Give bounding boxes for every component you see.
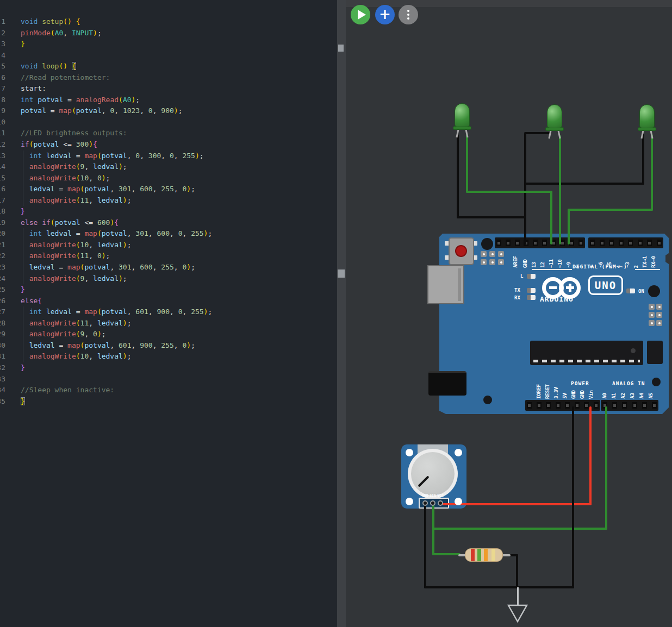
- pin-label-9: ~9: [565, 247, 573, 268]
- pin-socket[interactable]: [575, 402, 580, 409]
- reset-button-cap[interactable]: [455, 245, 467, 257]
- icsp-pad[interactable]: [481, 251, 487, 257]
- icsp-pad[interactable]: [656, 312, 662, 318]
- pin-socket[interactable]: [594, 402, 599, 409]
- wire-resistor-gnd[interactable]: [516, 554, 518, 588]
- pin-socket[interactable]: [569, 240, 574, 246]
- icsp-pad[interactable]: [498, 251, 504, 257]
- pin-label-IOREF: IOREF: [535, 377, 543, 399]
- wire-led2-pin10[interactable]: [559, 135, 561, 244]
- pin-socket[interactable]: [628, 240, 633, 246]
- wire-gnd[interactable]: [524, 183, 644, 185]
- pin-socket[interactable]: [612, 402, 617, 409]
- icsp-pad[interactable]: [481, 259, 487, 265]
- pin-socket[interactable]: [632, 402, 637, 409]
- pin-socket[interactable]: [542, 240, 547, 246]
- pin-socket[interactable]: [565, 402, 570, 409]
- wire-sig-resistor[interactable]: [432, 502, 434, 555]
- pin-socket[interactable]: [590, 240, 595, 246]
- icsp-pad[interactable]: [649, 312, 655, 318]
- wire-gnd[interactable]: [642, 134, 644, 185]
- led-on: [626, 289, 635, 293]
- pin-socket[interactable]: [652, 402, 657, 409]
- pot-mount-hole: [455, 449, 462, 456]
- digital-header-2[interactable]: [588, 237, 663, 248]
- power-caption: POWER: [571, 380, 589, 386]
- wire-led1-pin11[interactable]: [466, 191, 552, 193]
- wire-gnd[interactable]: [457, 134, 459, 218]
- wire-board-gnd[interactable]: [572, 406, 574, 588]
- pin-label-2: 2: [632, 247, 640, 268]
- resistor[interactable]: [465, 548, 503, 562]
- line-number: 12: [0, 139, 5, 151]
- code-editor[interactable]: 1void setup() {2pinMode(A0, INPUT);3}45v…: [0, 0, 337, 627]
- ground-symbol[interactable]: [507, 604, 528, 623]
- panel-top-strip: [346, 0, 672, 7]
- icsp-pad[interactable]: [656, 304, 662, 310]
- pin-socket[interactable]: [622, 402, 627, 409]
- pin-label-5V: 5V: [561, 377, 569, 399]
- icsp-pad[interactable]: [489, 251, 495, 257]
- add-part-button[interactable]: +: [375, 5, 395, 24]
- pot-knob[interactable]: [411, 452, 455, 496]
- icsp-pad[interactable]: [649, 320, 655, 326]
- wire-led3-pin9[interactable]: [568, 209, 570, 244]
- line-number: 16: [0, 184, 5, 195]
- editor-scrollbar[interactable]: [337, 0, 346, 627]
- scroll-marker[interactable]: [338, 269, 345, 278]
- pin-socket[interactable]: [537, 402, 542, 409]
- wire-gnd[interactable]: [457, 216, 526, 218]
- scroll-marker[interactable]: [338, 45, 344, 52]
- pin-socket[interactable]: [515, 240, 520, 246]
- wire-pot-gnd[interactable]: [424, 586, 574, 588]
- wire-led3-pin9[interactable]: [651, 134, 653, 211]
- wire-a0-sig[interactable]: [605, 406, 607, 530]
- line-number: 35: [0, 396, 5, 407]
- led-l: [527, 274, 536, 279]
- pin-socket[interactable]: [657, 240, 662, 246]
- wire-led3-pin9[interactable]: [568, 209, 653, 211]
- analog-header[interactable]: [601, 400, 658, 411]
- pot-pin-gnd[interactable]: [422, 500, 428, 506]
- small-chip: [647, 341, 663, 364]
- icsp-pad[interactable]: [649, 304, 655, 310]
- wire-pot-gnd[interactable]: [424, 502, 426, 588]
- wire-gnd[interactable]: [524, 133, 526, 244]
- pot-pin-sig[interactable]: [430, 500, 435, 506]
- pin-socket[interactable]: [506, 240, 511, 246]
- pin-socket[interactable]: [546, 402, 551, 409]
- line-number: 28: [0, 318, 5, 329]
- line-number: 32: [0, 362, 5, 374]
- pin-socket[interactable]: [527, 402, 532, 409]
- line-number: 3: [0, 39, 5, 50]
- pin-socket[interactable]: [619, 240, 624, 246]
- wire-sig-resistor[interactable]: [432, 553, 461, 555]
- icsp-pad[interactable]: [489, 259, 495, 265]
- wire-vin-vcc[interactable]: [440, 503, 592, 505]
- pin-socket[interactable]: [578, 240, 583, 246]
- wire-led1-pin11[interactable]: [466, 134, 468, 193]
- pin-socket[interactable]: [600, 240, 605, 246]
- wire-a0-sig[interactable]: [432, 528, 607, 530]
- more-options-button[interactable]: [399, 5, 418, 24]
- pin-socket[interactable]: [609, 240, 614, 246]
- pin-label-12: 12: [539, 247, 546, 268]
- pin-socket[interactable]: [533, 240, 538, 246]
- pin-socket[interactable]: [647, 240, 652, 246]
- pin-socket[interactable]: [556, 402, 561, 409]
- wire-led1-pin11[interactable]: [550, 191, 552, 244]
- pin-socket[interactable]: [584, 402, 589, 409]
- digital-header-1[interactable]: [495, 237, 585, 248]
- wire-vin-vcc[interactable]: [589, 406, 592, 505]
- line-number: 21: [0, 240, 5, 251]
- start-simulation-button[interactable]: [351, 5, 370, 24]
- wire-gnd[interactable]: [524, 132, 551, 134]
- line-number: 33: [0, 374, 5, 385]
- pin-socket[interactable]: [638, 240, 643, 246]
- resistor-lead: [502, 554, 511, 556]
- pin-socket[interactable]: [642, 402, 647, 409]
- pin-socket[interactable]: [496, 240, 501, 246]
- icsp-pad[interactable]: [656, 320, 662, 326]
- icsp-pad[interactable]: [498, 259, 504, 265]
- pot-pin-vcc[interactable]: [438, 500, 443, 506]
